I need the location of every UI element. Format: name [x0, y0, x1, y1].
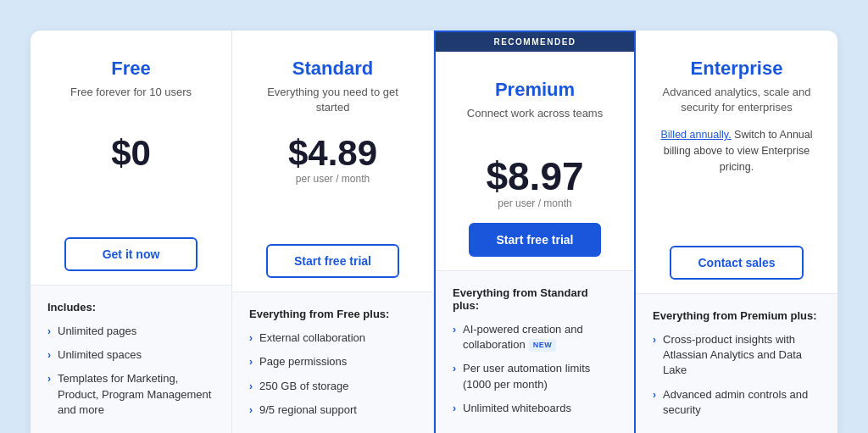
feature-text-enterprise-1: Advanced admin controls and security	[663, 387, 821, 418]
plan-btn-standard[interactable]: Start free trial	[266, 244, 400, 278]
feature-item-standard-2: › 250 GB of storage	[249, 379, 416, 394]
billed-annually-link[interactable]: Billed annually.	[660, 129, 731, 141]
plan-features-standard: Everything from Free plus: › External co…	[232, 292, 433, 433]
plan-btn-free[interactable]: Get it now	[64, 237, 198, 271]
features-title-premium: Everything from Standard plus:	[453, 286, 617, 312]
feature-text-premium-1: Per user automation limits (1000 per mon…	[463, 361, 617, 391]
plan-top-enterprise: EnterpriseAdvanced analytics, scale and …	[636, 31, 837, 294]
plan-desc-standard: Everything you need to get started	[249, 85, 416, 117]
feature-text-free-2: Templates for Marketing, Product, Progra…	[58, 371, 214, 418]
plan-name-free: Free	[111, 58, 150, 80]
feature-text-standard-3: 9/5 regional support	[259, 402, 416, 418]
plan-desc-free: Free forever for 10 users	[70, 85, 192, 117]
plan-col-standard: StandardEverything you need to get start…	[232, 31, 434, 433]
plan-name-premium: Premium	[495, 79, 575, 101]
plans-grid: FreeFree forever for 10 users$0placehold…	[31, 31, 837, 433]
feature-text-premium-0: AI-powered creation and collaborationNEW	[463, 322, 617, 353]
features-title-standard: Everything from Free plus:	[249, 308, 416, 320]
feature-text-enterprise-0: Cross-product insights with Atlassian An…	[663, 332, 821, 379]
recommended-badge: RECOMMENDED	[436, 32, 634, 52]
chevron-right-icon: ›	[453, 362, 456, 376]
chevron-right-icon: ›	[653, 333, 656, 347]
new-badge: NEW	[529, 339, 557, 352]
plan-price-premium: $8.97	[486, 157, 583, 196]
feature-text-standard-0: External collaboration	[259, 330, 416, 346]
feature-item-free-0: › Unlimited pages	[47, 324, 214, 339]
feature-text-standard-1: Page permissions	[259, 354, 416, 369]
plan-top-free: FreeFree forever for 10 users$0placehold…	[31, 31, 231, 286]
feature-item-premium-2: › Unlimited whiteboards	[453, 401, 617, 416]
plan-price-free: $0	[111, 136, 151, 171]
feature-item-standard-3: › 9/5 regional support	[249, 402, 416, 418]
plan-col-enterprise: EnterpriseAdvanced analytics, scale and …	[636, 31, 837, 433]
plan-features-free: Includes: › Unlimited pages › Unlimited …	[31, 286, 231, 433]
chevron-right-icon: ›	[249, 331, 253, 346]
feature-item-free-2: › Templates for Marketing, Product, Prog…	[47, 371, 214, 418]
chevron-right-icon: ›	[453, 402, 456, 416]
chevron-right-icon: ›	[47, 348, 51, 363]
price-period-standard: per user / month	[296, 173, 370, 185]
plan-top-standard: StandardEverything you need to get start…	[232, 31, 433, 292]
plan-name-enterprise: Enterprise	[691, 58, 783, 80]
enterprise-billing: Billed annually. Switch to Annual billin…	[653, 127, 821, 175]
feature-item-standard-0: › External collaboration	[249, 330, 416, 346]
feature-item-standard-1: › Page permissions	[249, 354, 416, 369]
feature-item-enterprise-0: › Cross-product insights with Atlassian …	[653, 332, 821, 379]
feature-text-free-0: Unlimited pages	[58, 324, 214, 339]
price-period-premium: per user / month	[498, 197, 571, 209]
chevron-right-icon: ›	[453, 323, 456, 337]
plan-col-free: FreeFree forever for 10 users$0placehold…	[31, 31, 232, 433]
chevron-right-icon: ›	[249, 355, 253, 369]
chevron-right-icon: ›	[47, 325, 51, 339]
feature-item-enterprise-1: › Advanced admin controls and security	[653, 387, 821, 418]
chevron-right-icon: ›	[249, 380, 253, 394]
features-title-enterprise: Everything from Premium plus:	[653, 309, 821, 322]
chevron-right-icon: ›	[249, 403, 253, 418]
chevron-right-icon: ›	[653, 388, 656, 402]
features-title-free: Includes:	[47, 301, 214, 314]
chevron-right-icon: ›	[47, 372, 51, 386]
plan-top-premium: PremiumConnect work across teams$8.97per…	[436, 52, 634, 271]
plan-btn-premium[interactable]: Start free trial	[469, 223, 600, 257]
feature-item-premium-1: › Per user automation limits (1000 per m…	[453, 361, 617, 391]
plan-name-standard: Standard	[292, 58, 373, 80]
feature-text-free-1: Unlimited spaces	[58, 347, 214, 363]
feature-item-free-1: › Unlimited spaces	[47, 347, 214, 363]
feature-text-premium-2: Unlimited whiteboards	[463, 401, 617, 416]
feature-text-standard-2: 250 GB of storage	[259, 379, 416, 394]
plan-btn-enterprise[interactable]: Contact sales	[670, 246, 804, 280]
plan-desc-enterprise: Advanced analytics, scale and security f…	[653, 85, 821, 117]
feature-item-premium-0: › AI-powered creation and collaborationN…	[453, 322, 617, 353]
plan-features-enterprise: Everything from Premium plus: › Cross-pr…	[636, 294, 837, 433]
plan-col-premium: RECOMMENDEDPremiumConnect work across te…	[434, 31, 636, 433]
plan-price-standard: $4.89	[288, 136, 377, 171]
plan-desc-premium: Connect work across teams	[467, 106, 603, 138]
pricing-container: FreeFree forever for 10 users$0placehold…	[17, 17, 851, 433]
plan-features-premium: Everything from Standard plus: › AI-powe…	[436, 271, 634, 433]
